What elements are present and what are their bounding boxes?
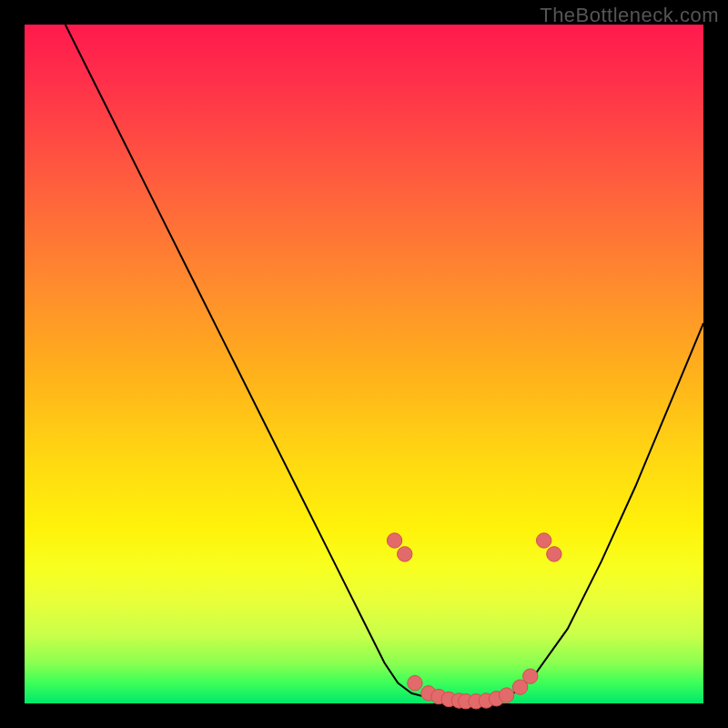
- marker-dot: [398, 547, 412, 561]
- chart-stage: TheBottleneck.com: [0, 0, 728, 728]
- marker-dot: [547, 547, 561, 561]
- marker-dot: [387, 533, 401, 548]
- marker-dot: [499, 688, 513, 703]
- plot-svg: [25, 25, 703, 703]
- highlight-markers: [387, 533, 561, 709]
- marker-dot: [523, 669, 538, 683]
- plot-area: [25, 25, 703, 703]
- marker-dot: [408, 675, 422, 690]
- marker-dot: [536, 533, 551, 548]
- curve-line: [66, 25, 703, 702]
